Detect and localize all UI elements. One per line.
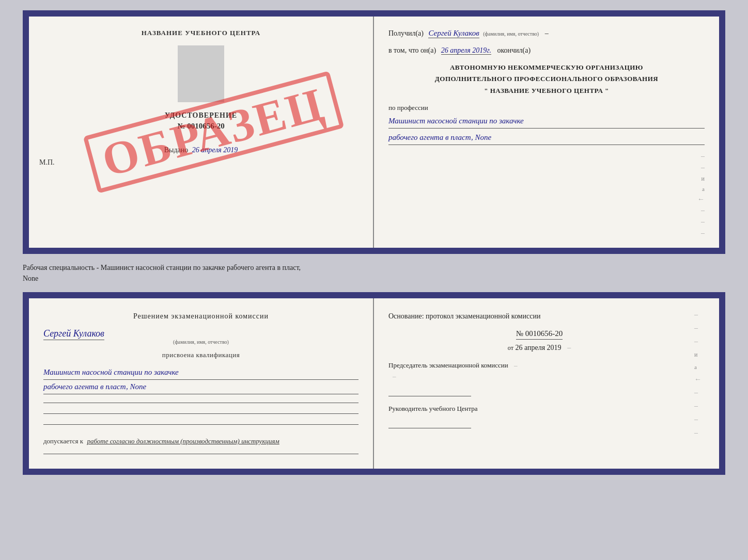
udostoverenie-block: УДОСТОВЕРЕНИЕ № 0010656-20 [165,111,237,131]
bottom-right-content: Основание: протокол экзаменационной коми… [388,311,690,447]
cert-top-right: Получил(а) Сергей Кулаков (фамилия, имя,… [374,17,719,248]
org-text-block: АВТОНОМНУЮ НЕКОММЕРЧЕСКУЮ ОРГАНИЗАЦИЮ ДО… [388,62,705,96]
chairman-label: Председатель экзаменационной комиссии [388,361,508,369]
qualification-block: Машинист насосной станции по закачке раб… [43,365,359,394]
cert-bottom-right: Основание: протокол экзаменационной коми… [374,298,719,469]
mp-line: М.П. [39,158,55,167]
proto-number-block: № 0010656-20 [388,327,690,342]
rukovoditel-label: Руководитель учебного Центра [388,405,478,412]
bottom-line3 [43,424,359,425]
po-professii-label: по профессии [388,104,428,111]
school-name-top: НАЗВАНИЕ УЧЕБНОГО ЦЕНТРА [142,29,261,37]
osnovanie-block: Основание: протокол экзаменационной коми… [388,311,690,322]
right-dashes: – – и а ← – – – [388,152,705,237]
profession-block: по профессии Машинист насосной станции п… [388,104,705,145]
bottom-right-dashes: – – – и а ← – – – – [694,311,705,447]
recipient-name: Сергей Кулаков [428,29,479,38]
vydano-line: Выдано 26 апреля 2019 [164,146,238,154]
vtom-line: в том, что он(а) 26 апреля 2019г. окончи… [388,46,705,55]
dopuskaetsya-block: допускается к работе согласно должностны… [43,437,359,445]
vydano-label: Выдано [164,146,189,154]
certificate-bottom: Решением экзаменационной комиссии Сергей… [23,292,725,475]
cert-number: № 0010656-20 [165,122,237,131]
udostoverenie-label: УДОСТОВЕРЕНИЕ [165,111,237,120]
middle-text: Рабочая специальность - Машинист насосно… [23,262,725,284]
middle-line1: Рабочая специальность - Машинист насосно… [23,264,301,271]
bottom-right-inner: Основание: протокол экзаменационной коми… [388,311,705,447]
profession-line2: рабочего агента в пласт, None [388,131,705,145]
dopuskaetsya-text: работе согласно должностным (производств… [87,437,279,445]
bottom-person-block: Сергей Кулаков (фамилия, имя, отчество) [43,328,359,345]
vtom-date: 26 апреля 2019г. [441,46,491,55]
proto-number: № 0010656-20 [516,329,563,340]
bottom-line4 [43,454,359,454]
org-line1: АВТОНОМНУЮ НЕКОММЕРЧЕСКУЮ ОРГАНИЗАЦИЮ [388,62,705,73]
chairman-signature [388,386,471,396]
ot-date: 26 апреля 2019 [515,344,561,351]
bottom-line1 [43,403,359,403]
vydano-date: 26 апреля 2019 [192,146,238,154]
ot-date-block: от 26 апреля 2019 – [388,344,690,352]
bottom-person-name: Сергей Кулаков [43,328,104,340]
ot-prefix: от [508,344,513,351]
profession-line1: Машинист насосной станции по закачке [388,114,705,129]
dopuskaetsya-prefix: допускается к [43,437,83,445]
org-line2: ДОПОЛНИТЕЛЬНОГО ПРОФЕССИОНАЛЬНОГО ОБРАЗО… [388,73,705,85]
okonchil-label: окончил(а) [497,46,531,54]
osnovanie-label: Основание: протокол экзаменационной коми… [388,312,540,320]
poluchil-line: Получил(а) Сергей Кулаков (фамилия, имя,… [388,27,705,39]
rukovoditel-block: Руководитель учебного Центра [388,404,690,429]
fio-subtitle-top: (фамилия, имя, отчество) [483,31,539,37]
qualification-line2: рабочего агента в пласт, None [43,380,359,394]
middle-line2: None [23,275,38,282]
poluchil-prefix: Получил(а) [388,29,424,37]
prisvoena-text: присвоена квалификация [43,351,359,359]
vtom-prefix: в том, что он(а) [388,46,436,54]
cert-bottom-left: Решением экзаменационной комиссии Сергей… [29,298,374,469]
photo-placeholder [178,45,224,102]
chairman-block: Председатель экзаменационной комиссии – … [388,360,690,396]
org-line3: " НАЗВАНИЕ УЧЕБНОГО ЦЕНТРА " [388,85,705,97]
cert-top-left: НАЗВАНИЕ УЧЕБНОГО ЦЕНТРА УДОСТОВЕРЕНИЕ №… [29,17,374,248]
qualification-line1: Машинист насосной станции по закачке [43,365,359,380]
rukovoditel-signature [388,418,471,428]
resolution-title: Решением экзаменационной комиссии [43,311,359,322]
certificate-top: НАЗВАНИЕ УЧЕБНОГО ЦЕНТРА УДОСТОВЕРЕНИЕ №… [23,10,725,254]
bottom-line2 [43,413,359,414]
